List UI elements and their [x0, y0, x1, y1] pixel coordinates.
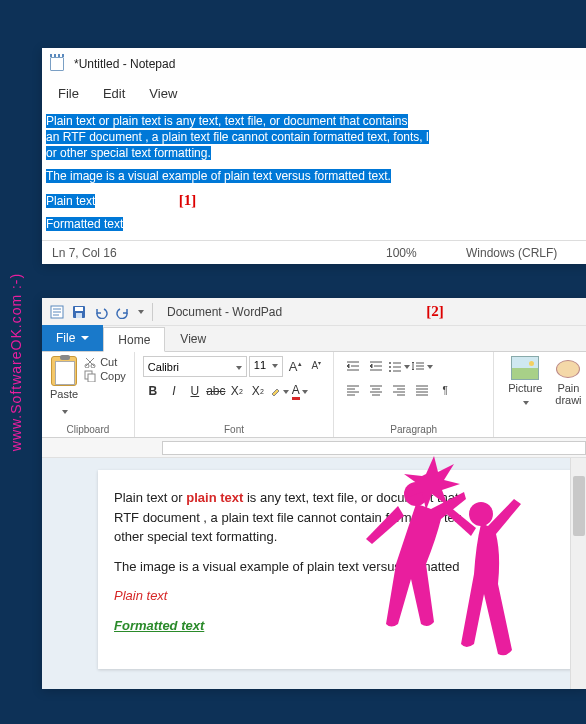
save-icon[interactable] [70, 303, 88, 321]
font-name-select[interactable]: Calibri [143, 356, 247, 377]
bold-button[interactable]: B [143, 381, 163, 401]
insert-paint-button[interactable]: Pain drawi [548, 356, 586, 408]
wordpad-page[interactable]: Plain text or plain text is any text, te… [98, 470, 586, 669]
qat-dropdown-icon[interactable] [136, 303, 144, 321]
paragraph-mark-button[interactable]: ¶ [434, 380, 456, 400]
text-line: an RTF document , a plain text file cann… [46, 130, 429, 144]
redo-icon[interactable] [114, 303, 132, 321]
doc-paragraph: The image is a visual example of plain t… [114, 557, 572, 577]
annotation-2: [2] [426, 303, 444, 320]
ribbon-group-clipboard: Paste Cut Copy Clipboard [42, 352, 135, 437]
menu-view[interactable]: View [149, 86, 177, 101]
copy-button[interactable]: Copy [84, 370, 126, 382]
underline-button[interactable]: U [185, 381, 205, 401]
text-line: Plain text [46, 194, 95, 208]
wordpad-title: Document - WordPad [167, 305, 282, 319]
cut-icon [84, 356, 96, 368]
group-label-paragraph: Paragraph [342, 422, 485, 435]
chevron-down-icon [521, 396, 529, 408]
paste-icon [51, 356, 77, 386]
chevron-down-icon [270, 359, 278, 374]
doc-paragraph: Plain text or plain text is any text, te… [114, 488, 572, 547]
font-size-select[interactable]: 11 [249, 356, 283, 377]
increase-indent-button[interactable] [365, 356, 387, 376]
doc-paragraph: Formatted text [114, 616, 572, 636]
text-line: Plain text or plain text is any text, te… [46, 114, 408, 128]
notepad-window: *Untitled - Notepad File Edit View Plain… [42, 48, 586, 264]
doc-paragraph: Plain text [114, 586, 572, 606]
wordpad-quick-access: Document - WordPad [2] [42, 298, 586, 326]
grow-font-button[interactable]: A▴ [285, 356, 306, 377]
text-line: or other special text formatting. [46, 146, 211, 160]
notepad-statusbar: Ln 7, Col 16 100% Windows (CRLF) [42, 240, 586, 264]
svg-point-13 [389, 370, 391, 372]
paste-button[interactable]: Paste [50, 356, 78, 420]
watermark-text: www.SoftwareOK.com :-) [8, 273, 24, 451]
tab-home[interactable]: Home [103, 327, 165, 352]
chevron-down-icon [60, 402, 68, 420]
text-line: Formatted text [46, 217, 123, 231]
ribbon-group-paragraph: ¶ Paragraph [334, 352, 494, 437]
svg-point-12 [389, 366, 391, 368]
copy-icon [84, 370, 96, 382]
svg-point-11 [389, 362, 391, 364]
shrink-font-button[interactable]: A▾ [308, 356, 326, 377]
status-zoom: 100% [376, 246, 456, 260]
align-right-button[interactable] [388, 380, 410, 400]
wordpad-app-icon [48, 303, 66, 321]
font-color-button[interactable]: A [290, 381, 310, 401]
line-spacing-button[interactable] [411, 356, 433, 376]
wordpad-window: Document - WordPad [2] File Home View Pa… [42, 298, 586, 689]
svg-rect-10 [88, 374, 95, 382]
decrease-indent-button[interactable] [342, 356, 364, 376]
wordpad-ruler[interactable] [42, 438, 586, 458]
group-label-font: Font [143, 422, 325, 435]
notepad-menubar: File Edit View [42, 80, 586, 109]
status-eol: Windows (CRLF) [456, 246, 586, 260]
svg-rect-5 [75, 307, 83, 311]
ribbon-group-insert: Picture Pain drawi [494, 352, 586, 437]
text-line: The image is a visual example of plain t… [46, 169, 391, 183]
scrollbar-thumb[interactable] [573, 476, 585, 536]
chevron-down-icon [234, 361, 242, 373]
wordpad-document-area: Plain text or plain text is any text, te… [42, 458, 586, 689]
ribbon-group-font: Calibri 11 A▴ A▾ B I U abc X2 X2 A Font [135, 352, 334, 437]
tab-file[interactable]: File [42, 325, 103, 351]
align-left-button[interactable] [342, 380, 364, 400]
align-center-button[interactable] [365, 380, 387, 400]
notepad-title: *Untitled - Notepad [74, 57, 175, 71]
notepad-app-icon [50, 55, 66, 73]
justify-button[interactable] [411, 380, 433, 400]
picture-icon [511, 356, 539, 380]
italic-button[interactable]: I [164, 381, 184, 401]
svg-rect-6 [76, 313, 82, 318]
undo-icon[interactable] [92, 303, 110, 321]
wordpad-ribbon: Paste Cut Copy Clipboard Calibri 11 A▴ A… [42, 352, 586, 438]
status-position: Ln 7, Col 16 [42, 246, 202, 260]
scrollbar-vertical[interactable] [570, 458, 586, 689]
subscript-button[interactable]: X2 [227, 381, 247, 401]
notepad-titlebar[interactable]: *Untitled - Notepad [42, 48, 586, 80]
menu-file[interactable]: File [58, 86, 79, 101]
strike-button[interactable]: abc [206, 381, 226, 401]
menu-edit[interactable]: Edit [103, 86, 125, 101]
bullets-button[interactable] [388, 356, 410, 376]
annotation-1: [1] [179, 192, 197, 208]
insert-picture-button[interactable]: Picture [502, 356, 548, 408]
tab-view[interactable]: View [165, 326, 221, 351]
wordpad-tabs: File Home View [42, 326, 586, 352]
highlight-button[interactable] [269, 381, 289, 401]
notepad-text-area[interactable]: Plain text or plain text is any text, te… [42, 109, 586, 240]
paint-icon [554, 356, 582, 380]
superscript-button[interactable]: X2 [248, 381, 268, 401]
group-label-clipboard: Clipboard [50, 422, 126, 435]
cut-button[interactable]: Cut [84, 356, 126, 368]
